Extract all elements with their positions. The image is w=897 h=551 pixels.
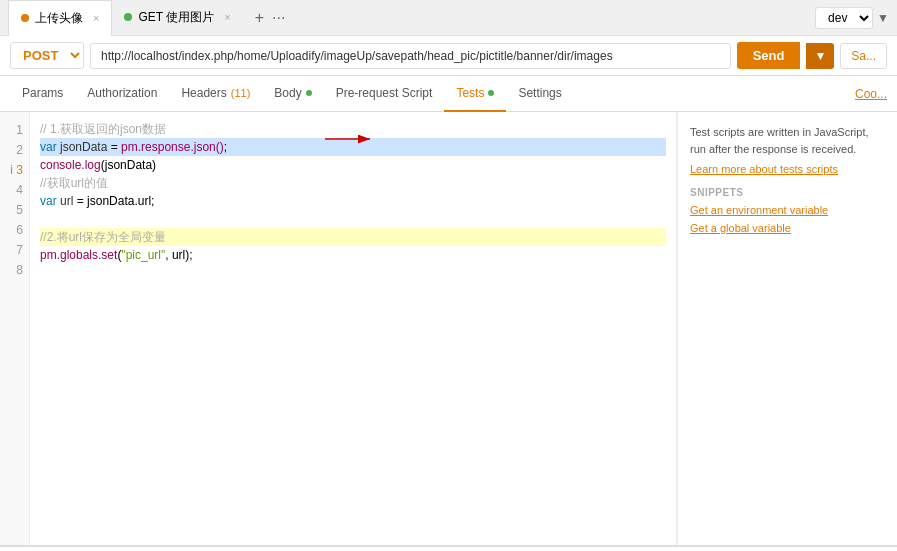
- snippets-title: SNIPPETS: [690, 187, 885, 198]
- line-num-7: 7: [0, 240, 29, 260]
- line-numbers: 1 2 i 3 4 5 6 7 8: [0, 112, 30, 545]
- save-button[interactable]: Sa...: [840, 43, 887, 69]
- request-tabs: Params Authorization Headers (11) Body P…: [0, 76, 897, 112]
- tab-useimage[interactable]: GET 使用图片 ×: [112, 0, 242, 36]
- tab-tests[interactable]: Tests: [444, 76, 506, 112]
- tab-params[interactable]: Params: [10, 76, 75, 112]
- bottom-tab-testresults[interactable]: Test Results: [241, 547, 330, 552]
- url-input[interactable]: [90, 43, 731, 69]
- tab-upload-label: 上传头像: [35, 10, 83, 27]
- tab-headers[interactable]: Headers (11): [169, 76, 262, 112]
- tab-close-icon[interactable]: ×: [93, 12, 99, 24]
- post-badge: [21, 14, 29, 22]
- env-dropdown[interactable]: dev: [815, 7, 873, 29]
- line-num-8: 8: [0, 260, 29, 280]
- get-badge: [124, 13, 132, 21]
- tab-settings[interactable]: Settings: [506, 76, 573, 112]
- line-num-4: 4: [0, 180, 29, 200]
- code-line-6: [40, 210, 666, 228]
- code-line-3: console.log(jsonData): [40, 156, 666, 174]
- line-num-5: 5: [0, 200, 29, 220]
- tab-close2-icon[interactable]: ×: [224, 11, 230, 23]
- sidebar-description: Test scripts are written in JavaScript, …: [690, 124, 885, 157]
- body-active-badge: [306, 90, 312, 96]
- tab-upload[interactable]: 上传头像 ×: [8, 0, 112, 36]
- code-line-4: //获取url的值: [40, 174, 666, 192]
- env-arrow-icon: ▼: [877, 11, 889, 25]
- code-line-2: var jsonData = pm.response.json();: [40, 138, 666, 156]
- tab-body[interactable]: Body: [262, 76, 323, 112]
- send-dropdown-button[interactable]: ▼: [806, 43, 834, 69]
- code-line-8: pm.globals.set("pic_url", url);: [40, 246, 666, 264]
- method-dropdown[interactable]: POST GET: [10, 42, 84, 69]
- send-button[interactable]: Send: [737, 42, 801, 69]
- code-editor[interactable]: 1 2 i 3 4 5 6 7 8: [0, 112, 677, 545]
- main-content-area: 1 2 i 3 4 5 6 7 8: [0, 112, 897, 545]
- snippet-global-var[interactable]: Get a global variable: [690, 222, 885, 234]
- bottom-tabs-bar: Body Cookies (2) Headers (12) Test Resul…: [0, 547, 897, 551]
- code-line-7: //2.将url保存为全局变量: [40, 228, 666, 246]
- line-num-1: 1: [0, 120, 29, 140]
- bottom-section: Body Cookies (2) Headers (12) Test Resul…: [0, 545, 897, 551]
- snippet-env-var[interactable]: Get an environment variable: [690, 204, 885, 216]
- top-tab-bar: 上传头像 × GET 使用图片 × + ··· dev ▼: [0, 0, 897, 36]
- new-tab-button[interactable]: +: [247, 9, 272, 27]
- line-num-3: i 3: [0, 160, 29, 180]
- environment-selector: dev ▼: [815, 7, 889, 29]
- tests-active-badge: [488, 90, 494, 96]
- bottom-tab-body[interactable]: Body: [10, 547, 61, 552]
- code-content[interactable]: // 1.获取返回的json数据 var jsonData = pm.respo…: [30, 112, 676, 545]
- code-line-1: // 1.获取返回的json数据: [40, 120, 666, 138]
- url-bar: POST GET Send ▼ Sa...: [0, 36, 897, 76]
- tab-prerequest[interactable]: Pre-request Script: [324, 76, 445, 112]
- cookies-link[interactable]: Coo...: [855, 87, 887, 101]
- line-num-6: 6: [0, 220, 29, 240]
- learn-more-link[interactable]: Learn more about tests scripts: [690, 163, 885, 175]
- right-sidebar: Test scripts are written in JavaScript, …: [677, 112, 897, 545]
- tab-authorization[interactable]: Authorization: [75, 76, 169, 112]
- more-tabs-icon[interactable]: ···: [272, 9, 285, 27]
- tab-useimage-label: GET 使用图片: [138, 9, 214, 26]
- line-num-2: 2: [0, 140, 29, 160]
- code-line-5: var url = jsonData.url;: [40, 192, 666, 210]
- bottom-tab-headers[interactable]: Headers (12): [147, 547, 241, 552]
- bottom-tab-cookies[interactable]: Cookies (2): [61, 547, 146, 552]
